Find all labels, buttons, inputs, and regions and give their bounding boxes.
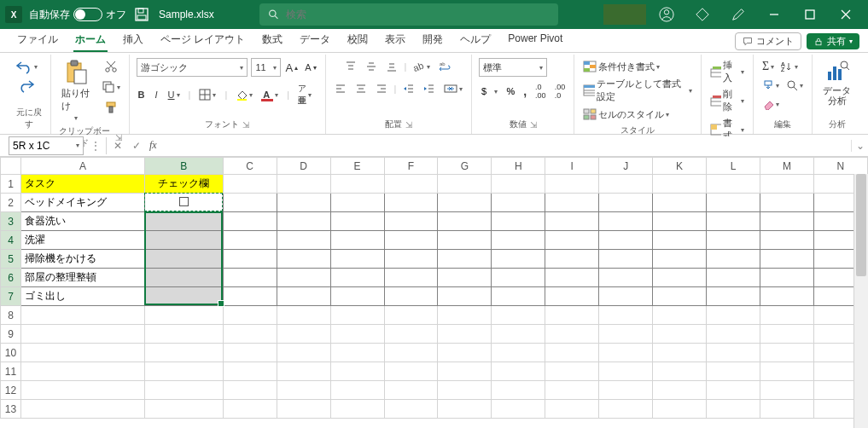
cell-G11[interactable]	[438, 362, 492, 381]
row-header-1[interactable]: 1	[1, 175, 21, 194]
cell-L5[interactable]	[707, 250, 760, 269]
cell-K7[interactable]	[653, 287, 707, 306]
account-badge[interactable]	[603, 4, 646, 25]
align-right-button[interactable]	[374, 80, 389, 97]
cell-G8[interactable]	[438, 306, 492, 325]
cell-G9[interactable]	[438, 325, 492, 344]
column-header-C[interactable]: C	[223, 158, 277, 175]
cut-button[interactable]	[102, 58, 119, 75]
cell-G13[interactable]	[438, 400, 492, 419]
cell-A13[interactable]	[20, 400, 144, 419]
cell-H3[interactable]	[492, 212, 545, 231]
tab-ヘルプ[interactable]: ヘルプ	[451, 29, 499, 52]
column-header-B[interactable]: B	[144, 158, 223, 175]
cell-M10[interactable]	[760, 344, 813, 362]
cell-C2[interactable]	[223, 194, 277, 212]
cell-F12[interactable]	[384, 381, 438, 400]
bold-button[interactable]: B	[137, 86, 147, 103]
cell-A12[interactable]	[20, 381, 144, 400]
tab-挿入[interactable]: 挿入	[114, 29, 152, 52]
cell-E6[interactable]	[330, 269, 384, 287]
cell-D1[interactable]	[277, 175, 330, 194]
cell-D3[interactable]	[277, 212, 330, 231]
cell-E1[interactable]	[330, 175, 384, 194]
cell-B7[interactable]	[144, 287, 223, 306]
cell-B9[interactable]	[144, 325, 223, 344]
cell-E2[interactable]	[330, 194, 384, 212]
cell-L9[interactable]	[707, 325, 760, 344]
align-top-button[interactable]	[343, 58, 358, 75]
cell-F6[interactable]	[384, 269, 438, 287]
cancel-formula-button[interactable]: ✕	[108, 140, 127, 152]
cell-E5[interactable]	[330, 250, 384, 269]
cell-J11[interactable]	[599, 362, 653, 381]
cell-I10[interactable]	[545, 344, 599, 362]
cell-B8[interactable]	[144, 306, 223, 325]
cell-F13[interactable]	[384, 400, 438, 419]
dialog-launcher-icon[interactable]: ⇲	[530, 120, 537, 130]
cell-I1[interactable]	[545, 175, 599, 194]
cell-J3[interactable]	[599, 212, 653, 231]
cell-C1[interactable]	[223, 175, 277, 194]
cell-B1[interactable]: チェック欄	[144, 175, 223, 194]
cell-D11[interactable]	[277, 362, 330, 381]
autosave-toggle[interactable]: 自動保存 オフ	[29, 8, 126, 22]
maximize-button[interactable]	[793, 0, 827, 29]
column-header-A[interactable]: A	[20, 158, 144, 175]
analyze-data-button[interactable]: データ 分析	[819, 58, 854, 107]
cell-H9[interactable]	[492, 325, 545, 344]
find-select-button[interactable]: ▾	[784, 77, 805, 94]
cell-C12[interactable]	[223, 381, 277, 400]
column-header-E[interactable]: E	[330, 158, 384, 175]
row-header-12[interactable]: 12	[1, 381, 21, 400]
cell-B6[interactable]	[144, 269, 223, 287]
cell-E11[interactable]	[330, 362, 384, 381]
font-color-button[interactable]: A▾	[261, 86, 280, 103]
font-name-select[interactable]: 游ゴシック▾	[137, 58, 248, 77]
cell-D10[interactable]	[277, 344, 330, 362]
cell-H5[interactable]	[492, 250, 545, 269]
cell-A5[interactable]: 掃除機をかける	[20, 250, 144, 269]
row-header-3[interactable]: 3	[1, 212, 21, 231]
cell-A8[interactable]	[20, 306, 144, 325]
row-header-6[interactable]: 6	[1, 269, 21, 287]
cell-D4[interactable]	[277, 231, 330, 250]
cell-H2[interactable]	[492, 194, 545, 212]
close-button[interactable]	[829, 0, 863, 29]
cell-C13[interactable]	[223, 400, 277, 419]
cell-K8[interactable]	[653, 306, 707, 325]
tab-表示[interactable]: 表示	[376, 29, 414, 52]
fill-button[interactable]: ▾	[760, 77, 781, 94]
dialog-launcher-icon[interactable]: ⇲	[405, 120, 412, 130]
cell-M11[interactable]	[760, 362, 813, 381]
cell-A10[interactable]	[20, 344, 144, 362]
cell-B4[interactable]	[144, 231, 223, 250]
cell-I3[interactable]	[545, 212, 599, 231]
cell-G10[interactable]	[438, 344, 492, 362]
cell-F10[interactable]	[384, 344, 438, 362]
cell-B13[interactable]	[144, 400, 223, 419]
column-header-I[interactable]: I	[545, 158, 599, 175]
copy-button[interactable]: ▾	[100, 78, 122, 95]
cell-K13[interactable]	[653, 400, 707, 419]
font-size-select[interactable]: 11▾	[251, 58, 280, 77]
cell-L3[interactable]	[707, 212, 760, 231]
sort-filter-button[interactable]: AZ▾	[779, 58, 800, 75]
cell-J1[interactable]	[599, 175, 653, 194]
cell-M5[interactable]	[760, 250, 813, 269]
cell-K2[interactable]	[653, 194, 707, 212]
cell-I8[interactable]	[545, 306, 599, 325]
comma-button[interactable]: ,	[521, 83, 528, 100]
cell-M7[interactable]	[760, 287, 813, 306]
cell-A1[interactable]: タスク	[20, 175, 144, 194]
column-header-F[interactable]: F	[384, 158, 438, 175]
tab-ホーム[interactable]: ホーム	[67, 29, 114, 52]
cell-A11[interactable]	[20, 362, 144, 381]
orientation-button[interactable]: ab▾	[411, 58, 432, 75]
cell-G7[interactable]	[438, 287, 492, 306]
cell-J12[interactable]	[599, 381, 653, 400]
diamond-icon[interactable]	[685, 0, 719, 29]
border-button[interactable]: ▾	[197, 86, 218, 103]
cell-L1[interactable]	[707, 175, 760, 194]
cell-H13[interactable]	[492, 400, 545, 419]
